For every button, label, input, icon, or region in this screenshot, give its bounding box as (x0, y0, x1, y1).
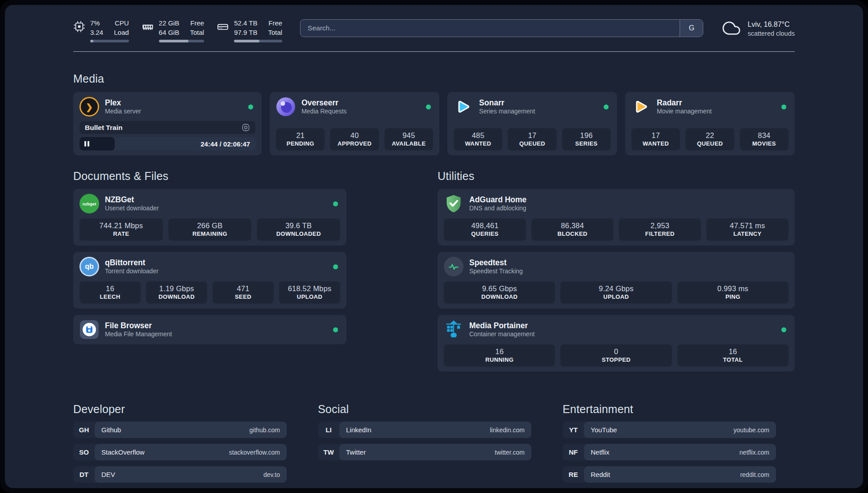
stat-label: QUEUED (687, 140, 732, 147)
status-dot (333, 264, 338, 269)
app-card-speedtest[interactable]: Speedtest Speedtest Tracking 9.65 Gbps D… (438, 252, 795, 309)
app-subtitle: Speedtest Tracking (469, 267, 523, 276)
bookmark-abbr: YT (563, 422, 584, 438)
bookmark-github[interactable]: GH Github github.com (73, 422, 287, 438)
stat-value: 17 (509, 131, 555, 140)
memory-label-total: Total (190, 28, 204, 37)
weather-widget: Lviv, 16.87°C scattered clouds (721, 19, 795, 39)
stat-value: 21 (278, 131, 323, 140)
top-bar: 7% 3.24 CPU Load (73, 18, 795, 42)
search-input[interactable] (300, 20, 680, 37)
app-card-portainer[interactable]: Media Portainer Container management 16 … (438, 315, 795, 372)
app-subtitle: Container management (469, 330, 534, 338)
app-name: NZBGet (105, 195, 159, 205)
stat-label: SERIES (564, 140, 609, 147)
search-engine-button[interactable]: G (680, 20, 703, 37)
now-playing-title: Bullet Train (79, 121, 255, 134)
media-source-icon (242, 123, 250, 132)
stat-box: 945 AVAILABLE (384, 128, 433, 150)
bookmark-netflix[interactable]: NF Netflix netflix.com (563, 444, 776, 460)
app-card-qbittorrent[interactable]: qb qBittorrent Torrent downloader 16 LEE… (73, 252, 346, 309)
stat-value: 0 (562, 347, 670, 356)
app-card-adguard[interactable]: AdGuard Home DNS and adblocking 498,461 … (438, 189, 795, 246)
stat-value: 945 (386, 131, 431, 140)
stat-label: DOWNLOAD (446, 293, 553, 300)
stat-value: 744.21 Mbps (81, 221, 161, 230)
stat-label: LEECH (81, 293, 139, 300)
bookmark-abbr: LI (318, 422, 339, 438)
stat-box: 0 STOPPED (560, 344, 672, 367)
app-card-filebrowser[interactable]: File Browser Media File Management (73, 315, 346, 344)
stat-label: MOVIES (742, 140, 787, 147)
stat-box: 16 TOTAL (677, 344, 789, 367)
bookmark-reddit[interactable]: RE Reddit reddit.com (563, 466, 776, 483)
bookmark-youtube[interactable]: YT YouTube youtube.com (563, 422, 776, 438)
bookmark-twitter[interactable]: TW Twitter twitter.com (318, 444, 531, 460)
section-title-media: Media (73, 72, 795, 85)
status-dot (781, 104, 786, 109)
storage-metric: 52.4 TB 97.9 TB Free Total (217, 18, 282, 42)
stat-box: 1.19 Gbps DOWNLOAD (146, 281, 207, 304)
stat-value: 16 (81, 284, 139, 293)
bookmark-abbr: SO (73, 444, 95, 460)
stat-value: 485 (455, 131, 501, 140)
bookmark-stackoverflow[interactable]: SO StackOverflow stackoverflow.com (73, 444, 287, 460)
memory-free-value: 22 GiB (159, 18, 179, 28)
cpu-labels: CPU Load (114, 18, 129, 37)
app-card-overseerr[interactable]: Overseerr Media Requests 21 PENDING 40 A… (270, 92, 439, 155)
app-name: Media Portainer (469, 321, 534, 330)
section-title-social: Social (318, 403, 531, 416)
app-card-nzbget[interactable]: nzbget NZBGet Usenet downloader 744.21 M… (73, 189, 346, 246)
stat-box: 47.571 ms LATENCY (706, 218, 789, 241)
stat-box: 0.993 ms PING (677, 281, 789, 304)
dashboard-app: 7% 3.24 CPU Load (5, 5, 863, 488)
bookmark-linkedin[interactable]: LI LinkedIn linkedin.com (318, 422, 531, 438)
app-card-radarr[interactable]: Radarr Movie management 17 WANTED 22 QUE… (625, 92, 795, 155)
stat-label: WANTED (633, 140, 678, 147)
speedtest-icon (444, 257, 463, 276)
stat-label: UPLOAD (562, 293, 670, 300)
stat-box: 618.52 Mbps UPLOAD (279, 281, 340, 304)
storage-labels: Free Total (268, 18, 282, 37)
app-name: qBittorrent (105, 258, 159, 267)
sonarr-icon (454, 97, 473, 117)
app-name: Plex (105, 98, 141, 108)
memory-labels: Free Total (190, 18, 204, 37)
stat-label: UPLOAD (281, 293, 338, 300)
storage-label-free: Free (268, 18, 282, 28)
adguard-icon (444, 194, 463, 213)
memory-progress-bar (159, 40, 204, 42)
overseerr-icon (276, 97, 296, 117)
stat-box: 17 QUEUED (508, 128, 556, 150)
stat-box: 40 APPROVED (330, 128, 379, 150)
app-name: AdGuard Home (469, 195, 526, 205)
screen-frame: 7% 3.24 CPU Load (0, 0, 868, 493)
app-card-sonarr[interactable]: Sonarr Series management 485 WANTED 17 Q… (447, 92, 617, 155)
stat-box: 9.24 Gbps UPLOAD (560, 281, 672, 304)
bookmark-abbr: NF (563, 444, 584, 460)
status-dot (333, 327, 338, 332)
stat-label: AVAILABLE (386, 140, 431, 147)
search-bar[interactable]: G (300, 19, 703, 37)
section-title-developer: Developer (73, 403, 287, 416)
app-name: Overseerr (301, 98, 346, 108)
app-subtitle: Media File Management (105, 330, 172, 338)
stat-label: WANTED (455, 140, 501, 147)
cpu-percent: 7% (90, 18, 103, 28)
bookmark-domain: reddit.com (740, 471, 769, 478)
memory-values: 22 GiB 64 GiB (159, 18, 179, 37)
bookmark-domain: youtube.com (734, 426, 769, 434)
memory-total-value: 64 GiB (159, 28, 179, 37)
stat-value: 196 (564, 131, 609, 140)
app-subtitle: DNS and adblocking (469, 205, 526, 213)
stat-label: QUEUED (509, 140, 555, 147)
stat-value: 9.24 Gbps (562, 284, 670, 293)
weather-condition: scattered clouds (747, 29, 795, 38)
app-card-plex[interactable]: ❯ Plex Media server Bullet Train (73, 92, 262, 155)
cpu-load-value: 3.24 (90, 28, 103, 37)
stat-label: STOPPED (562, 356, 670, 363)
bookmark-dev[interactable]: DT DEV dev.to (73, 466, 287, 483)
stat-value: 17 (633, 131, 678, 140)
bookmark-domain: github.com (250, 426, 280, 434)
playback-time: 24:44 / 02:06:47 (200, 140, 255, 148)
